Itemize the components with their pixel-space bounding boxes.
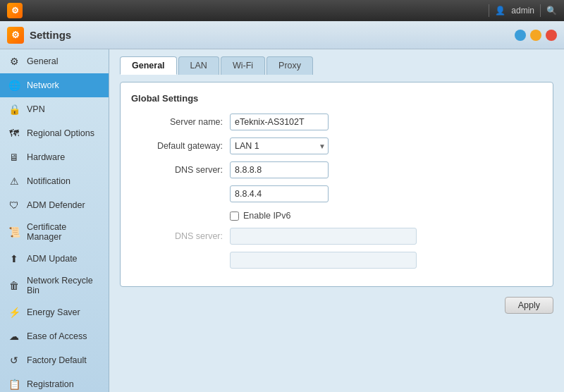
apply-button[interactable]: Apply bbox=[505, 297, 553, 314]
vpn-icon: 🔒 bbox=[7, 102, 21, 116]
gear-icon: ⚙ bbox=[7, 54, 21, 68]
admin-label: admin bbox=[511, 6, 534, 16]
ipv6-dns-input1 bbox=[230, 228, 417, 245]
app-icon: ⚙ bbox=[7, 3, 23, 18]
sidebar-item-network[interactable]: 🌐 Network bbox=[0, 73, 109, 97]
enable-ipv6-label[interactable]: Enable IPv6 bbox=[243, 211, 290, 221]
tab-general[interactable]: General bbox=[120, 56, 177, 75]
ipv6-dns-row2 bbox=[131, 252, 542, 269]
sidebar-item-adm-defender[interactable]: 🛡 ADM Defender bbox=[0, 193, 109, 217]
divider bbox=[489, 4, 489, 17]
main-content: ⚙ General 🌐 Network 🔒 VPN 🗺 Regional Opt… bbox=[0, 49, 564, 392]
ipv6-dns-label: DNS server: bbox=[131, 231, 230, 241]
dns-server-label: DNS server: bbox=[131, 165, 230, 175]
sidebar-label-notification: Notification bbox=[27, 176, 70, 186]
sidebar-label-access: Ease of Access bbox=[27, 331, 87, 341]
minimize-button[interactable] bbox=[530, 30, 541, 41]
sidebar-item-factory[interactable]: ↺ Factory Default bbox=[0, 348, 109, 372]
globe-icon: 🌐 bbox=[7, 78, 21, 92]
sidebar-label-recycle: Network Recycle Bin bbox=[27, 276, 102, 295]
ipv6-dns-input2 bbox=[230, 252, 417, 269]
window-titlebar: ⚙ Settings bbox=[0, 21, 564, 49]
sidebar-item-ease-access[interactable]: ☁ Ease of Access bbox=[0, 324, 109, 348]
sidebar-label-cert: Certificate Manager bbox=[27, 222, 102, 242]
server-name-row: Server name: bbox=[131, 114, 542, 130]
search-icon[interactable]: 🔍 bbox=[546, 6, 557, 16]
content-panel: General LAN Wi-Fi Proxy Global Settings … bbox=[109, 49, 564, 392]
dns-server-input2[interactable] bbox=[230, 185, 329, 202]
window-controls bbox=[515, 30, 557, 41]
sidebar-label-regional: Regional Options bbox=[27, 128, 94, 138]
sidebar-label-update: ADM Update bbox=[27, 254, 78, 264]
default-gateway-row: Default gateway: LAN 1 LAN 2 ▼ bbox=[131, 137, 542, 154]
factory-icon: ↺ bbox=[7, 353, 21, 367]
sidebar-item-adm-update[interactable]: ⬆ ADM Update bbox=[0, 247, 109, 271]
settings-window: ⚙ Settings ⚙ General 🌐 Network 🔒 VPN bbox=[0, 21, 564, 392]
hardware-icon: 🖥 bbox=[7, 150, 21, 164]
sidebar-label-energy: Energy Saver bbox=[27, 307, 80, 317]
enable-ipv6-row: Enable IPv6 bbox=[230, 211, 542, 221]
divider2 bbox=[540, 4, 541, 17]
settings-section-title: Global Settings bbox=[131, 93, 542, 104]
cert-icon: 📜 bbox=[7, 225, 21, 239]
app-icon-symbol: ⚙ bbox=[11, 6, 19, 16]
top-bar-right: 👤 admin 🔍 bbox=[489, 4, 557, 17]
server-name-label: Server name: bbox=[131, 117, 230, 127]
sidebar-label-network: Network bbox=[27, 80, 59, 90]
sidebar: ⚙ General 🌐 Network 🔒 VPN 🗺 Regional Opt… bbox=[0, 49, 109, 392]
sidebar-item-notification[interactable]: ⚠ Notification bbox=[0, 169, 109, 193]
info-button[interactable] bbox=[515, 30, 526, 41]
sidebar-label-vpn: VPN bbox=[27, 104, 45, 114]
dns-server-row2 bbox=[131, 185, 542, 202]
default-gateway-label: Default gateway: bbox=[131, 141, 230, 151]
button-row: Apply bbox=[120, 297, 553, 314]
tab-proxy[interactable]: Proxy bbox=[266, 56, 313, 75]
window-app-icon: ⚙ bbox=[7, 27, 24, 44]
sidebar-item-energy[interactable]: ⚡ Energy Saver bbox=[0, 300, 109, 324]
sidebar-item-net-recycle[interactable]: 🗑 Network Recycle Bin bbox=[0, 271, 109, 300]
dns-server-input1[interactable] bbox=[230, 161, 329, 178]
tab-bar: General LAN Wi-Fi Proxy bbox=[120, 56, 553, 75]
dns-server-row1: DNS server: bbox=[131, 161, 542, 178]
top-bar: ⚙ 👤 admin 🔍 bbox=[0, 0, 564, 21]
recycle-icon: 🗑 bbox=[7, 278, 21, 293]
sidebar-label-defender: ADM Defender bbox=[27, 200, 85, 210]
sidebar-item-regional[interactable]: 🗺 Regional Options bbox=[0, 121, 109, 145]
sidebar-item-registration[interactable]: 📋 Registration bbox=[0, 372, 109, 392]
sidebar-item-general[interactable]: ⚙ General bbox=[0, 49, 109, 73]
update-icon: ⬆ bbox=[7, 252, 21, 266]
close-button[interactable] bbox=[546, 30, 557, 41]
registration-icon: 📋 bbox=[7, 377, 21, 391]
tab-lan[interactable]: LAN bbox=[178, 56, 219, 75]
ipv6-dns-row1: DNS server: bbox=[131, 228, 542, 245]
region-icon: 🗺 bbox=[7, 126, 21, 140]
sidebar-label-general: General bbox=[27, 56, 58, 66]
settings-box: Global Settings Server name: Default gat… bbox=[120, 82, 553, 287]
enable-ipv6-checkbox[interactable] bbox=[230, 212, 239, 221]
energy-icon: ⚡ bbox=[7, 305, 21, 319]
sidebar-label-factory: Factory Default bbox=[27, 355, 87, 365]
server-name-input[interactable] bbox=[230, 114, 329, 130]
default-gateway-select[interactable]: LAN 1 LAN 2 bbox=[230, 137, 329, 154]
access-icon: ☁ bbox=[7, 329, 21, 343]
notification-icon: ⚠ bbox=[7, 174, 21, 188]
sidebar-item-vpn[interactable]: 🔒 VPN bbox=[0, 97, 109, 121]
window-title-text: Settings bbox=[30, 29, 71, 41]
sidebar-item-hardware[interactable]: 🖥 Hardware bbox=[0, 145, 109, 169]
sidebar-label-hardware: Hardware bbox=[27, 152, 65, 162]
user-icon: 👤 bbox=[495, 6, 505, 16]
default-gateway-select-wrap: LAN 1 LAN 2 ▼ bbox=[230, 137, 329, 154]
defender-icon: 🛡 bbox=[7, 198, 21, 212]
sidebar-item-cert-manager[interactable]: 📜 Certificate Manager bbox=[0, 217, 109, 247]
sidebar-label-registration: Registration bbox=[27, 379, 74, 389]
window-title-group: ⚙ Settings bbox=[7, 27, 71, 44]
top-bar-left: ⚙ bbox=[7, 3, 23, 18]
tab-wifi[interactable]: Wi-Fi bbox=[221, 56, 265, 75]
